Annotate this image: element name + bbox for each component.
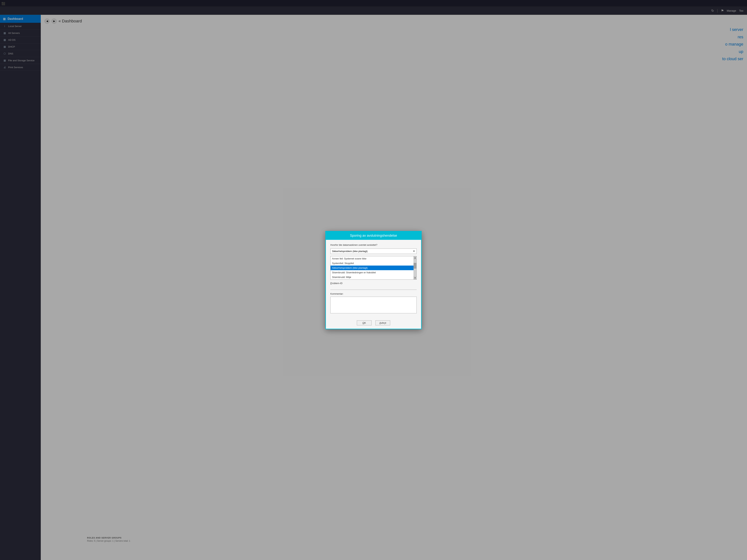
comment-label: Kommentar: bbox=[330, 292, 417, 295]
scroll-thumb[interactable] bbox=[414, 263, 416, 268]
dialog-title: Sporing av avslutningshendelse bbox=[350, 234, 397, 237]
ok-label: K bbox=[364, 321, 366, 324]
comment-textarea[interactable] bbox=[330, 297, 417, 313]
ok-button[interactable]: OK bbox=[357, 320, 372, 325]
problem-id-input[interactable] bbox=[330, 285, 417, 290]
dialog-body: Hvorfor ble datamaskinen uventet avslutt… bbox=[326, 240, 421, 318]
scroll-down-button[interactable]: ▼ bbox=[414, 276, 417, 279]
combo-display[interactable]: Sikkerhetsproblem (ikke planlagt) ▼ bbox=[330, 248, 417, 254]
shutdown-dialog: Sporing av avslutningshendelse Hvorfor b… bbox=[325, 231, 422, 329]
combo-wrapper[interactable]: Sikkerhetsproblem (ikke planlagt) ▼ bbox=[330, 248, 417, 254]
scroll-up-button[interactable]: ▲ bbox=[414, 256, 417, 259]
scrollbar[interactable]: ▲ ▼ bbox=[413, 256, 416, 279]
dropdown-item-0[interactable]: Annen feil: Systemet svarer ikke bbox=[331, 256, 416, 261]
cancel-underline: A bbox=[380, 321, 381, 324]
problem-id-label: Problem-ID bbox=[330, 282, 417, 285]
ok-underline: O bbox=[363, 321, 364, 324]
scroll-track bbox=[414, 259, 416, 276]
cancel-label: vbryt bbox=[381, 321, 386, 324]
dialog-title-bar: Sporing av avslutningshendelse bbox=[326, 232, 421, 240]
problem-id-underline: P bbox=[330, 282, 332, 285]
dropdown-list: Annen feil: Systemet svarer ikke Systemf… bbox=[330, 256, 417, 279]
cancel-button[interactable]: Avbryt bbox=[375, 320, 390, 325]
dialog-footer: OK Avbryt bbox=[326, 318, 421, 329]
dropdown-item-1[interactable]: Systemfeil: Stoppfeil bbox=[331, 261, 416, 266]
dialog-overlay: Sporing av avslutningshendelse Hvorfor b… bbox=[0, 0, 747, 560]
dialog-question: Hvorfor ble datamaskinen uventet avslutt… bbox=[330, 243, 417, 246]
combo-value: Sikkerhetsproblem (ikke planlagt) bbox=[332, 250, 367, 252]
dropdown-item-3[interactable]: Strømbrudd: Strømledningen er frakoblet bbox=[331, 270, 416, 275]
dropdown-item-4[interactable]: Strømbrudd: Miljø bbox=[331, 275, 416, 279]
dropdown-item-2[interactable]: Sikkerhetsproblem (ikke planlagt) bbox=[331, 266, 416, 270]
combo-arrow-icon: ▼ bbox=[413, 250, 415, 252]
